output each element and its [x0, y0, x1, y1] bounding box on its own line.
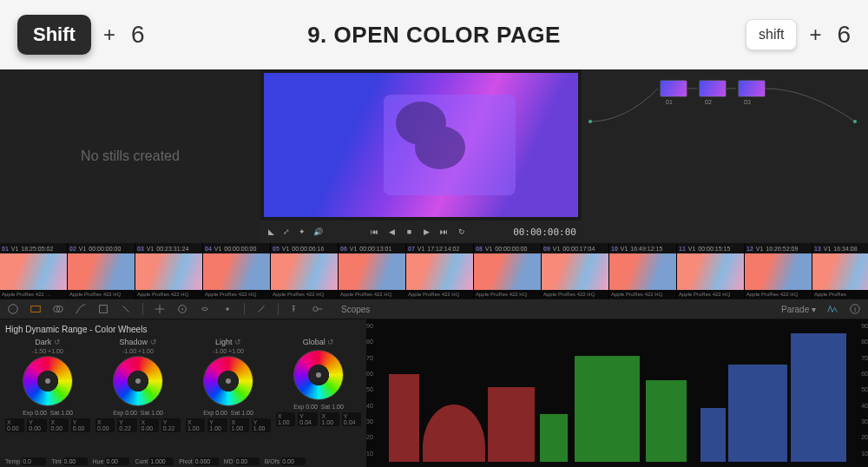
svg-point-8 [181, 308, 183, 310]
key-icon[interactable] [312, 303, 324, 315]
scope-axis-left: 9080706050403020100 [366, 319, 384, 467]
volume-icon[interactable]: 🔊 [312, 227, 323, 237]
clip-04[interactable]: 04V100:00:00:00Apple ProRes 422 HQ [203, 243, 271, 299]
clip-07[interactable]: 07V117:12:14:02Apple ProRes 422 HQ [406, 243, 474, 299]
clip-05[interactable]: 05V100:00:06:16Apple ProRes 422 HQ [271, 243, 339, 299]
expand-icon[interactable]: ⤢ [281, 227, 292, 237]
stop-icon[interactable]: ■ [404, 227, 415, 237]
parade-dropdown[interactable]: Parade ▾ [781, 305, 816, 314]
wheel-shadow: Shadow ↺-1.00 +1.00Exp 0.00Sat 1.00X 0.0… [95, 338, 181, 452]
color-wheel[interactable] [293, 350, 344, 400]
svg-point-2 [9, 305, 18, 314]
hdr-icon[interactable] [30, 303, 42, 315]
clip-timeline[interactable]: 01V118:25:05:02Apple ProRes 422 …02V100:… [0, 243, 868, 299]
prev-clip-icon[interactable]: ⏮ [370, 227, 380, 237]
color-wheel[interactable] [23, 356, 73, 406]
key-shift-light: shift [746, 19, 797, 50]
svg-point-10 [313, 306, 318, 311]
transport-bar: ◣ ⤢ ✦ 🔊 ⏮ ◀ ■ ▶ ⏭ ↻ 00:00:00:00 [260, 220, 582, 243]
color-toolbar: Scopes Parade ▾ i [0, 299, 868, 319]
play-icon[interactable]: ▶ [422, 227, 432, 237]
parade-red [385, 326, 541, 462]
no-stills-label: No stills created [81, 148, 180, 164]
svg-rect-6 [100, 306, 108, 313]
wheels-title: High Dynamic Range - Color Wheels [5, 325, 361, 334]
tutorial-title: 9. OPEN COLOR PAGE [307, 22, 561, 49]
temp-input[interactable] [22, 457, 46, 465]
viewer-image[interactable] [264, 73, 578, 217]
svg-text:i: i [854, 306, 856, 313]
node-connections [582, 69, 868, 243]
svg-point-0 [589, 120, 592, 123]
parade-green [537, 326, 693, 462]
color-wheel[interactable] [203, 356, 253, 406]
clip-01[interactable]: 01V118:25:05:02Apple ProRes 422 … [0, 243, 68, 299]
tutorial-overlay: Shift + 6 9. OPEN COLOR PAGE shift + 6 [0, 0, 868, 69]
svg-point-9 [226, 307, 229, 311]
scopes-label: Scopes [341, 305, 370, 314]
key-shift-dark: Shift [17, 15, 91, 55]
clip-09[interactable]: 09V100:00:17:04Apple ProRes 422 HQ [542, 243, 609, 299]
scopes-panel[interactable]: 9080706050403020100 9080706050403020100 [366, 319, 868, 467]
timecode-display[interactable]: 00:00:00:00 [513, 227, 576, 238]
settings-icon[interactable]: ✦ [297, 227, 307, 237]
hue-input[interactable] [105, 457, 129, 465]
magic-mask-icon[interactable] [199, 303, 211, 315]
dropper-icon[interactable] [255, 303, 267, 315]
global-adjustments: Temp Tint Hue Cont Pivot MD B/Ofs [5, 457, 361, 465]
qualifier-icon[interactable] [120, 303, 132, 315]
info-icon[interactable]: i [849, 303, 861, 315]
svg-rect-3 [31, 306, 41, 312]
color-wheel-icon[interactable] [7, 303, 19, 315]
window-icon[interactable] [154, 303, 166, 315]
md-input[interactable] [235, 457, 260, 465]
waveform-icon[interactable] [826, 303, 838, 315]
clip-12[interactable]: 12V116:26:52:09Apple ProRes 422 HQ [745, 243, 812, 299]
curves-icon[interactable] [75, 303, 87, 315]
key-6: 6 [131, 21, 145, 49]
plus-sign-2: + [809, 23, 821, 47]
pivot-input[interactable] [194, 457, 219, 465]
viewer-panel: ◣ ⤢ ✦ 🔊 ⏮ ◀ ■ ▶ ⏭ ↻ 00:00:00:00 [260, 69, 582, 243]
wheel-light: Light ↺-1.00 +1.00Exp 0.00Sat 1.00X 1.00… [186, 338, 271, 452]
blur-icon[interactable] [221, 303, 233, 315]
node-editor[interactable]: 01 02 03 [582, 69, 868, 243]
tracker-icon[interactable] [176, 303, 188, 315]
step-back-icon[interactable]: ◀ [387, 227, 398, 237]
parade-blue [697, 326, 852, 462]
tint-input[interactable] [63, 457, 88, 465]
plus-sign: + [103, 23, 115, 47]
wheel-dark: Dark ↺-1.50 +1.00Exp 0.00Sat 1.00X 0.00Y… [5, 338, 90, 452]
clip-13[interactable]: 13V116:34:08Apple ProRes [812, 243, 868, 299]
warper-icon[interactable] [97, 303, 109, 315]
next-clip-icon[interactable]: ⏭ [439, 227, 450, 237]
fx-icon[interactable] [289, 303, 301, 315]
wheel-global: Global ↺Exp 0.00Sat 1.00X 1.00Y 0.04X 1.… [276, 338, 361, 452]
bofs-input[interactable] [281, 457, 306, 465]
clip-11[interactable]: 11V100:00:15:15Apple ProRes 422 HQ [677, 243, 745, 299]
key-6-2: 6 [837, 21, 851, 49]
rgb-mixer-icon[interactable] [52, 303, 64, 315]
color-wheels-panel: High Dynamic Range - Color Wheels Dark ↺… [0, 319, 366, 467]
stills-gallery[interactable]: No stills created [0, 69, 260, 243]
clip-02[interactable]: 02V100:00:00:00Apple ProRes 422 HQ [68, 243, 135, 299]
clip-10[interactable]: 10V116:49:12:15Apple ProRes 422 HQ [609, 243, 677, 299]
contrast-input[interactable] [149, 457, 174, 465]
clip-06[interactable]: 06V100:00:13:01Apple ProRes 422 HQ [339, 243, 406, 299]
svg-point-1 [853, 120, 857, 123]
loop-icon[interactable]: ↻ [457, 227, 467, 237]
marker-icon[interactable]: ◣ [266, 227, 276, 237]
scope-axis-right: 9080706050403020100 [851, 319, 868, 467]
color-wheel[interactable] [113, 356, 163, 406]
clip-08[interactable]: 08V100:00:00:00Apple ProRes 422 HQ [474, 243, 542, 299]
clip-03[interactable]: 03V100:23:31:24Apple ProRes 422 HQ [135, 243, 203, 299]
